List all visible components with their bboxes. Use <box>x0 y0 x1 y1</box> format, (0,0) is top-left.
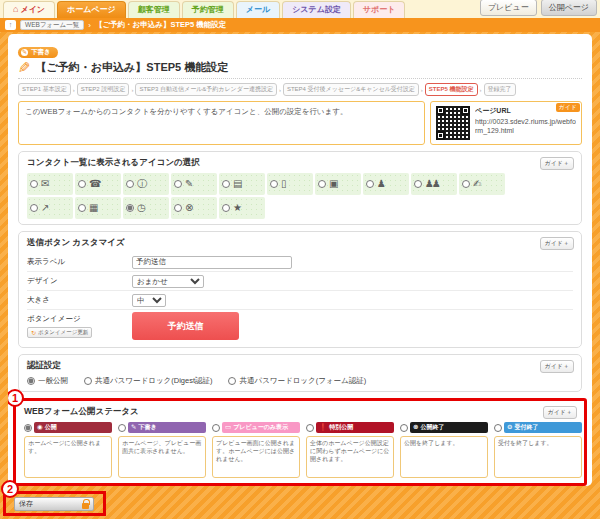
step4-link[interactable]: STEP4 受付後メッセージ&キャンセル受付設定 <box>283 83 419 96</box>
webform-list-button[interactable]: WEBフォーム一覧 <box>20 20 84 30</box>
display-label-input[interactable] <box>132 256 292 269</box>
mail-icon: ✉ <box>41 179 47 189</box>
auth-public-radio[interactable] <box>27 377 35 385</box>
tab-homepage[interactable]: ホームページ <box>57 1 126 18</box>
status-end-label: 公開終了 <box>420 423 444 432</box>
status-preview-label: プレビューのみ表示 <box>233 423 288 432</box>
icon-option-arrow[interactable]: ↗ <box>27 197 73 219</box>
breadcrumb-separator: › <box>88 21 91 30</box>
display-label-label: 表示ラベル <box>27 257 132 267</box>
auth-option-public[interactable]: 一般公開 <box>27 376 68 386</box>
book-radio[interactable] <box>462 180 470 188</box>
draft-pencil-icon: ✎ <box>21 49 28 56</box>
button-image-refresh-button[interactable]: ↻ ボタンイメージ更新 <box>27 327 92 338</box>
laptop-radio[interactable] <box>222 180 230 188</box>
guide-tag[interactable]: ガイド <box>556 103 580 112</box>
pencil-radio[interactable] <box>174 180 182 188</box>
auth-form-radio[interactable] <box>228 377 236 385</box>
step-complete-link[interactable]: 登録完了 <box>484 83 516 96</box>
icon-option-info[interactable]: ⓘ <box>123 173 169 195</box>
size-label: 大きさ <box>27 295 132 305</box>
person-radio[interactable] <box>366 180 374 188</box>
status-option-draft: ✎下書き ホームページ、プレビュー画面共に表示されません。 <box>118 422 206 478</box>
preview-button[interactable]: プレビュー <box>480 0 537 16</box>
status-special-choice[interactable]: ❗特別公開 <box>306 422 394 433</box>
status-option-public-end: ⊗公開終了 公開を終了します。 <box>400 422 488 478</box>
status-preview-choice[interactable]: ▭プレビューのみ表示 <box>212 422 300 433</box>
guide-button[interactable]: ガイド＋ <box>540 360 574 373</box>
icon-option-phone[interactable]: ☎ <box>75 173 121 195</box>
status-preview-radio[interactable] <box>212 424 220 432</box>
step5-current[interactable]: STEP5 機能設定 <box>425 83 478 96</box>
send-button-section-title: 送信ボタン カスタマイズ <box>27 237 573 249</box>
icon-section-title: コンタクト一覧に表示されるアイコンの選択 <box>27 157 573 169</box>
guide-button[interactable]: ガイド＋ <box>540 237 574 250</box>
tab-mail[interactable]: メール <box>236 1 280 18</box>
auth-option-digest[interactable]: 共通パスワードロック(Digest認証) <box>84 376 212 386</box>
status-public-radio[interactable] <box>24 424 32 432</box>
status-public-label: 公開 <box>45 423 57 432</box>
clock-radio[interactable] <box>126 204 134 212</box>
icon-option-cancel[interactable]: ⊗ <box>171 197 217 219</box>
status-option-special-public: ❗特別公開 全体のホームページ公開設定に関わらずホームページに公開されます。 <box>306 422 394 478</box>
tab-reservation-management[interactable]: 予約管理 <box>182 1 234 18</box>
auth-digest-radio[interactable] <box>84 377 92 385</box>
size-select[interactable]: 中 <box>132 294 166 307</box>
design-select[interactable]: おまかせ <box>132 275 204 288</box>
icon-option-people[interactable]: ♟♟ <box>411 173 457 195</box>
mail-radio[interactable] <box>30 180 38 188</box>
step1-link[interactable]: STEP1 基本設定 <box>18 83 71 96</box>
tab-main[interactable]: ⌂ メイン <box>3 1 55 18</box>
status-end-choice[interactable]: ⊗公開終了 <box>400 422 488 433</box>
cancel-radio[interactable] <box>174 204 182 212</box>
page-url-box: ページURL http://0023.sdev2.riums.jp/webfor… <box>430 101 582 145</box>
status-option-preview-only: ▭プレビューのみ表示 プレビュー画面に公開されます。ホームページには公開されませ… <box>212 422 300 478</box>
status-accept-end-radio[interactable] <box>494 424 502 432</box>
phone-radio[interactable] <box>78 180 86 188</box>
size-row: 大きさ 中 <box>27 291 573 310</box>
up-icon[interactable]: ↑ <box>5 20 16 30</box>
icon-option-pencil[interactable]: ✎ <box>171 173 217 195</box>
public-page-button[interactable]: 公開ページ <box>541 0 597 16</box>
status-end-radio[interactable] <box>400 424 408 432</box>
arrow-radio[interactable] <box>30 204 38 212</box>
icon-option-calendar[interactable]: ▦ <box>75 197 121 219</box>
icon-option-mobile[interactable]: ▯ <box>267 173 313 195</box>
icon-option-clock[interactable]: ◷ <box>123 197 169 219</box>
status-draft-choice[interactable]: ✎下書き <box>118 422 206 433</box>
icon-option-star[interactable]: ★ <box>219 197 265 219</box>
status-accept-end-choice[interactable]: ⊖受付終了 <box>494 422 582 433</box>
save-button[interactable]: 保存 <box>14 497 94 511</box>
status-option-accept-end: ⊖受付終了 受付を終了します。 <box>494 422 582 478</box>
icon-option-book[interactable]: ✍ <box>459 173 505 195</box>
status-public-choice[interactable]: ◉公開 <box>24 422 112 433</box>
auth-option-form[interactable]: 共通パスワードロック(フォーム認証) <box>228 376 366 386</box>
briefcase-radio[interactable] <box>318 180 326 188</box>
guide-button[interactable]: ガイド＋ <box>543 406 577 419</box>
mobile-radio[interactable] <box>270 180 278 188</box>
step3-link[interactable]: STEP3 自動送信メール&予約カレンダー連携設定 <box>135 83 277 96</box>
icon-option-briefcase[interactable]: ▣ <box>315 173 361 195</box>
save-button-label: 保存 <box>19 499 33 509</box>
briefcase-icon: ▣ <box>329 179 336 189</box>
public-icon: ◉ <box>37 424 43 431</box>
breadcrumb-current: 【ご予約・お申込み】STEP5 機能設定 <box>95 20 226 30</box>
calendar-radio[interactable] <box>78 204 86 212</box>
tab-system-settings[interactable]: システム設定 <box>282 1 351 18</box>
auth-options: 一般公開 共通パスワードロック(Digest認証) 共通パスワードロック(フォー… <box>27 376 573 386</box>
calendar-icon: ▦ <box>89 203 96 213</box>
icon-option-mail[interactable]: ✉ <box>27 173 73 195</box>
icon-option-person[interactable]: ♟ <box>363 173 409 195</box>
status-draft-radio[interactable] <box>118 424 126 432</box>
tab-support[interactable]: サポート <box>353 1 406 18</box>
refresh-icon: ↻ <box>31 329 36 336</box>
step2-link[interactable]: STEP2 説明設定 <box>77 83 130 96</box>
guide-button[interactable]: ガイド＋ <box>540 157 574 170</box>
page-url-value[interactable]: http://0023.sdev2.riums.jp/webform_129.h… <box>475 117 576 135</box>
star-radio[interactable] <box>222 204 230 212</box>
icon-option-laptop[interactable]: ▤ <box>219 173 265 195</box>
people-radio[interactable] <box>414 180 422 188</box>
status-special-radio[interactable] <box>306 424 314 432</box>
tab-customer-management[interactable]: 顧客管理 <box>128 1 180 18</box>
info-radio[interactable] <box>126 180 134 188</box>
